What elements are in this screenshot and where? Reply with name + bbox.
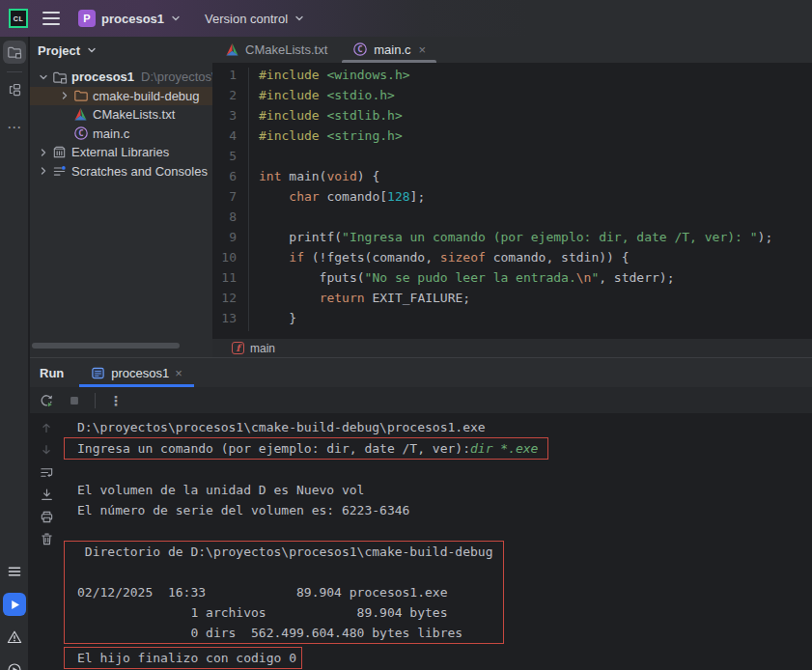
code-line-13[interactable]: 13 } [212,311,812,331]
console-line: El hijo finalizo con codigo 0 [65,648,301,668]
breadcrumb-item[interactable]: main [250,342,275,355]
console-output[interactable]: D:\proyectos\procesos1\cmake-build-debug… [64,417,812,670]
project-avatar: P [78,10,96,27]
c-file-icon: C [72,126,89,141]
editor-tab-main-c[interactable]: Cmain.c× [340,37,438,63]
clion-logo-icon: CL [9,9,28,28]
line-number: 13 [212,311,249,331]
code-text [249,209,259,230]
titlebar: CL P procesos1 Version control [0,0,812,37]
stripe-bottom-group [3,560,26,670]
run-tab-procesos1[interactable]: procesos1× [79,358,194,387]
project-folder-icon [51,70,68,85]
code-text: } [249,311,296,331]
stop-button[interactable] [64,390,85,411]
tree-item-label: procesos1 [71,70,134,84]
code-line-5[interactable]: 5 [212,149,812,169]
line-number: 3 [212,108,249,128]
code-line-1[interactable]: 1#include <windows.h> [212,68,812,88]
console-line: 02/12/2025 16:33 89.904 procesos1.exe [65,582,503,602]
run-icon [9,599,21,611]
code-text: if (!fgets(comando, sizeof comando, stdi… [249,250,630,270]
prev-occurrence-button[interactable] [36,418,57,437]
line-number: 9 [212,230,249,250]
code-text [249,149,259,169]
console-line: D:\proyectos\procesos1\cmake-build-debug… [64,417,812,437]
tool-project-button[interactable] [3,41,26,64]
scroll-to-end-button[interactable] [36,485,57,504]
code-line-11[interactable]: 11 fputs("No se pudo leer la entrada.\n"… [212,270,812,291]
print-button[interactable] [36,507,57,526]
code-line-3[interactable]: 3#include <stdlib.h> [212,108,812,128]
tree-item-main-c[interactable]: Cmain.c [30,125,212,144]
line-number: 2 [212,88,249,108]
console-line: Ingresa un comando (por ejemplo: dir, da… [65,438,547,459]
main-menu-button[interactable] [42,12,60,25]
clear-icon [40,532,54,546]
tree-item-external-libraries[interactable]: External Libraries [30,143,212,162]
version-control-widget[interactable]: Version control [205,12,305,26]
close-icon[interactable]: × [419,42,427,57]
editor-tab-label: main.c [374,42,410,57]
editor-tab-bar: CMakeLists.txtCmain.c× [212,37,812,64]
code-line-12[interactable]: 12 return EXIT_FAILURE; [212,291,812,311]
editor-tab-cmakelists-txt[interactable]: CMakeLists.txt [212,37,340,63]
more-v-icon: ⋮ [109,393,123,408]
chevron-right-icon[interactable] [57,90,72,101]
more-options-button[interactable]: ⋮ [105,390,126,411]
project-name: procesos1 [101,12,164,26]
horizontal-scrollbar[interactable] [32,343,180,349]
cmake-icon [72,107,89,122]
chevron-down-icon[interactable] [36,71,51,83]
project-tree: procesos1D:\proyectos\proccmake-build-de… [30,68,212,181]
console-line: El volumen de la unidad D es Nuevo vol [64,480,812,500]
chevron-down-icon [86,44,98,56]
services-icon [7,662,22,670]
stop-icon [68,394,81,407]
code-text: fputs("No se pudo leer la entrada.\n", s… [249,270,675,291]
clear-all-button[interactable] [36,529,57,548]
chevron-right-icon[interactable] [36,147,51,158]
libraries-icon [51,145,68,159]
cmake-icon [225,42,239,57]
tree-item-label: External Libraries [71,145,169,159]
code-line-2[interactable]: 2#include <stdio.h> [212,88,812,108]
line-number: 7 [212,189,249,209]
breadcrumbs-bar: f main [212,339,812,357]
close-icon[interactable]: × [175,366,182,380]
left-tool-stripe: ⋯ [0,37,29,670]
rerun-button[interactable] [36,390,57,411]
tree-item-cmakelists-txt[interactable]: CMakeLists.txt [30,105,212,125]
project-widget[interactable]: P procesos1 [78,10,182,27]
code-area[interactable]: 1#include <windows.h>2#include <stdio.h>… [212,68,812,331]
app-window-icon [91,366,105,380]
tree-item-procesos1[interactable]: procesos1D:\proyectos\proc [30,68,212,87]
code-line-8[interactable]: 8 [212,209,812,230]
chevron-right-icon[interactable] [36,165,51,177]
project-panel-header[interactable]: Project [30,37,212,64]
tool-run-button[interactable] [3,593,26,616]
tool-services-button[interactable] [3,658,26,670]
code-text: char comando[128]; [249,189,425,209]
code-line-4[interactable]: 4#include <string.h> [212,128,812,149]
code-line-9[interactable]: 9 printf("Ingresa un comando (por ejempl… [212,230,812,250]
code-text: return EXIT_FAILURE; [249,291,470,311]
clion-logo-text: CL [14,15,23,22]
stripe-divider [7,71,22,72]
rerun-icon [39,393,54,408]
code-line-6[interactable]: 6int main(void) { [212,169,812,189]
tree-item-cmake-build-debug[interactable]: cmake-build-debug [30,87,212,106]
tool-more-button[interactable]: ⋯ [3,105,26,128]
console-line [64,460,812,480]
editor: CMakeLists.txtCmain.c× 1#include <window… [212,37,812,357]
code-line-7[interactable]: 7 char comando[128]; [212,189,812,209]
tool-lines-button[interactable] [3,560,26,583]
tree-item-scratches-and-consoles[interactable]: Scratches and Consoles [30,162,212,181]
next-occurrence-button[interactable] [36,440,57,460]
run-panel-title: Run [40,366,64,380]
tree-item-label: Scratches and Consoles [71,164,208,179]
highlight-box: El hijo finalizo con codigo 0 [64,647,302,669]
soft-wrap-button[interactable] [36,462,57,482]
code-line-10[interactable]: 10 if (!fgets(comando, sizeof comando, s… [212,250,812,270]
tool-problems-button[interactable] [3,626,26,649]
